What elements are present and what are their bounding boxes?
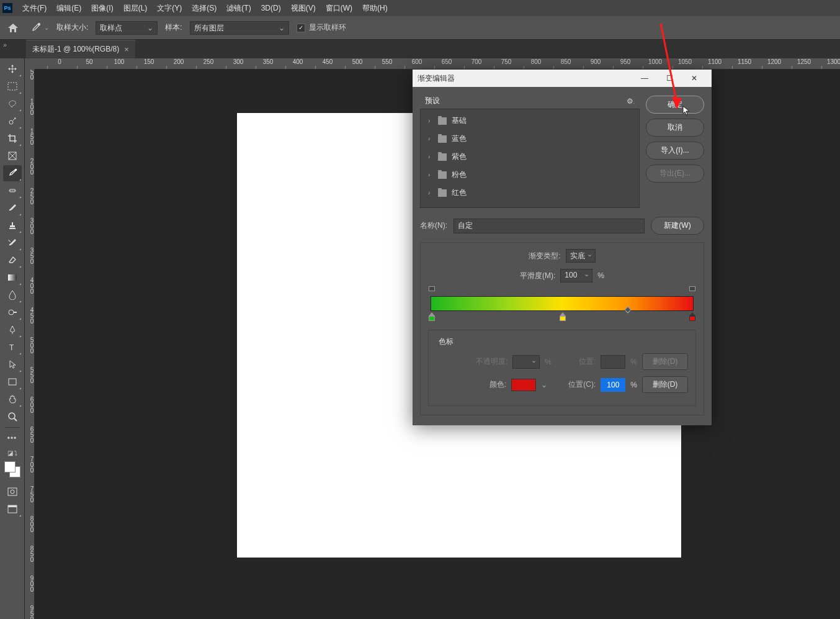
menu-view[interactable]: 视图(V): [286, 1, 321, 16]
opacity-stop-left[interactable]: [429, 286, 435, 292]
ruler-tick: 800: [25, 515, 35, 532]
sample-select[interactable]: 所有图层⌄: [190, 21, 289, 35]
ok-button[interactable]: 确定: [646, 96, 704, 114]
menu-help[interactable]: 帮助(H): [357, 1, 393, 16]
move-tool[interactable]: [3, 61, 22, 77]
color-stop-red[interactable]: [689, 312, 695, 321]
document-tab-strip: 未标题-1 @ 100%(RGB/8) ×: [0, 40, 840, 58]
menu-edit[interactable]: 编辑(E): [51, 1, 86, 16]
brush-tool[interactable]: [3, 200, 22, 216]
preset-list[interactable]: ›基础 ›蓝色 ›紫色 ›粉色 ›红色: [420, 109, 640, 208]
name-input[interactable]: [454, 219, 645, 233]
screen-mode-icon[interactable]: [3, 501, 22, 517]
menu-file[interactable]: 文件(F): [17, 1, 51, 16]
ruler-vertical[interactable]: 0501001502002503003504004505005506006507…: [25, 70, 35, 619]
hand-tool[interactable]: [3, 391, 22, 407]
gear-icon[interactable]: ⚙.: [627, 97, 635, 106]
folder-icon: [438, 189, 447, 197]
swap-colors-icon[interactable]: ⤵: [14, 450, 17, 456]
blur-tool[interactable]: [3, 287, 22, 303]
new-button[interactable]: 新建(W): [651, 217, 704, 235]
app-logo: Ps: [2, 3, 12, 13]
quick-mask-icon[interactable]: [3, 484, 22, 500]
ruler-tick: 1150: [732, 58, 757, 70]
ruler-tick: 1050: [672, 58, 697, 70]
crop-tool[interactable]: [3, 130, 22, 147]
menu-select[interactable]: 选择(S): [187, 1, 221, 16]
color-swatch-button[interactable]: [511, 379, 536, 391]
collapse-panel-icon[interactable]: »: [0, 40, 10, 50]
type-tool[interactable]: T: [3, 339, 22, 355]
stamp-tool[interactable]: [3, 217, 22, 233]
gradient-type-select[interactable]: 实底: [566, 249, 596, 263]
delete-color-stop-button[interactable]: 删除(D): [642, 376, 688, 393]
maximize-button[interactable]: ☐: [657, 70, 682, 87]
opacity-stop-right[interactable]: [689, 286, 695, 292]
color-stop-green[interactable]: [429, 312, 435, 321]
ruler-tick: 900: [25, 575, 35, 592]
ruler-tick: 150: [136, 58, 161, 70]
preset-folder-basic[interactable]: ›基础: [421, 112, 639, 130]
minimize-button[interactable]: —: [632, 70, 657, 87]
default-colors-icon[interactable]: ◪: [7, 450, 13, 456]
lasso-tool[interactable]: [3, 96, 22, 112]
color-swatches[interactable]: [3, 460, 22, 479]
close-button[interactable]: ✕: [682, 70, 707, 87]
menu-filter[interactable]: 滤镜(T): [221, 1, 256, 16]
pen-tool[interactable]: [3, 322, 22, 338]
preset-folder-purple[interactable]: ›紫色: [421, 148, 639, 166]
menu-type[interactable]: 文字(Y): [152, 1, 187, 16]
foreground-color-swatch[interactable]: [4, 461, 16, 472]
menu-image[interactable]: 图像(I): [86, 1, 118, 16]
gradient-bar[interactable]: [431, 289, 694, 323]
chevron-down-icon[interactable]: ⌄: [541, 381, 547, 389]
preset-folder-red[interactable]: ›红色: [421, 184, 639, 202]
eyedropper-tool-icon[interactable]: [29, 21, 42, 35]
gradient-type-label: 渐变类型:: [529, 251, 560, 261]
ruler-horizontal[interactable]: 0501001502002503003500501001502002503003…: [35, 58, 840, 70]
ruler-tick: 950: [25, 605, 35, 619]
chevron-down-icon[interactable]: ⌄: [44, 24, 49, 31]
document-tab[interactable]: 未标题-1 @ 100%(RGB/8) ×: [26, 40, 135, 58]
gradient-tool[interactable]: [3, 269, 22, 286]
healing-tool[interactable]: [3, 183, 22, 199]
preset-folder-blue[interactable]: ›蓝色: [421, 130, 639, 148]
cancel-button[interactable]: 取消: [646, 119, 704, 137]
dialog-titlebar[interactable]: 渐变编辑器 — ☐ ✕: [413, 70, 712, 87]
menu-3d[interactable]: 3D(D): [256, 1, 286, 15]
rectangle-tool[interactable]: [3, 374, 22, 390]
eyedropper-tool[interactable]: [3, 165, 22, 181]
sample-size-select[interactable]: 取样点⌄: [96, 21, 158, 35]
import-button[interactable]: 导入(I)...: [646, 142, 704, 160]
ruler-tick: 350: [256, 58, 280, 70]
svg-text:T: T: [9, 343, 14, 352]
options-bar: ⌄ 取样大小: 取样点⌄ 样本: 所有图层⌄ ✓ 显示取样环: [0, 16, 840, 40]
opacity-label: 不透明度:: [476, 356, 507, 367]
ruler-tick: 150: [25, 128, 35, 145]
zoom-tool[interactable]: [3, 409, 22, 425]
export-button[interactable]: 导出(E)...: [646, 165, 704, 183]
history-brush-tool[interactable]: [3, 235, 22, 251]
edit-toolbar-icon[interactable]: •••: [3, 430, 22, 446]
eraser-tool[interactable]: [3, 252, 22, 268]
smoothness-input[interactable]: 100: [560, 269, 592, 282]
ruler-tick: 100: [25, 98, 35, 115]
ruler-tick: 400: [25, 277, 35, 294]
quick-select-tool[interactable]: [3, 113, 22, 129]
menu-layer[interactable]: 图层(L): [118, 1, 153, 16]
show-ring-checkbox[interactable]: ✓ 显示取样环: [297, 22, 346, 33]
menu-window[interactable]: 窗口(W): [321, 1, 357, 16]
gradient-preview[interactable]: [431, 296, 694, 311]
home-icon[interactable]: [5, 20, 21, 36]
folder-icon: [438, 135, 447, 143]
frame-tool[interactable]: [3, 148, 22, 164]
color-stop-yellow[interactable]: [560, 312, 566, 321]
marquee-tool[interactable]: [3, 78, 22, 94]
color-position-input[interactable]: [601, 378, 625, 392]
ruler-tick: 350: [25, 247, 35, 264]
path-select-tool[interactable]: [3, 356, 22, 373]
dodge-tool[interactable]: [3, 304, 22, 320]
tab-close-icon[interactable]: ×: [124, 45, 129, 54]
tool-palette: T ••• ◪ ⤵: [0, 58, 25, 619]
preset-folder-pink[interactable]: ›粉色: [421, 166, 639, 184]
